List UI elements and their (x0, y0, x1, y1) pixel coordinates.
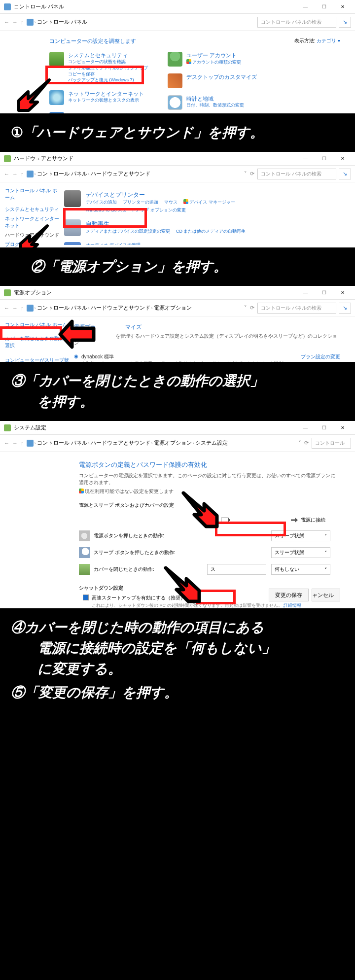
search-button[interactable]: ↘ (339, 169, 351, 179)
desktop-icon (168, 73, 182, 88)
back-arrow-icon[interactable]: ← (4, 19, 9, 25)
forward-arrow-icon: → (12, 440, 18, 446)
select-lid-ac[interactable]: 何もしない˅ (271, 564, 330, 575)
view-mode-label: 表示方法: カテゴリ ▾ (294, 37, 340, 45)
shield-icon (49, 52, 64, 67)
arrow-annotation-icon (57, 318, 97, 350)
user-icon (168, 52, 182, 67)
breadcrumb[interactable]: › コントロール パネル (27, 18, 255, 26)
search-input[interactable]: コントロール (312, 438, 351, 449)
window-titlebar: ハードウェアとサウンド —☐✕ (0, 152, 355, 166)
breadcrumb-icon (27, 171, 34, 177)
power-button-icon (79, 530, 90, 541)
app-icon (4, 3, 11, 10)
maximize-button[interactable]: ☐ (316, 154, 332, 164)
power-plan-desc: を管理するハードウェア設定とシステム設定（ディスプレイの明るさやスリープなど）の… (74, 333, 340, 347)
search-input[interactable]: コントロール パネルの検索 (257, 303, 336, 314)
ss-desc: コンピューターの電源設定を選択できます。このページの設定に対して行う変更は、お使… (79, 472, 335, 486)
category-clock[interactable]: 時計と地域日付、時刻、数値形式の変更 (168, 95, 266, 110)
printer-icon (64, 190, 81, 207)
select-power-ac[interactable]: スリープ状態˅ (271, 530, 330, 541)
window-title: システム設定 (14, 424, 297, 431)
battery-icon (221, 518, 229, 523)
nav-bar: ← → ↑ › コントロール パネル› ハードウェアとサウンド ˅⟳ コントロー… (0, 166, 355, 182)
category-desktop[interactable]: デスクトップのカスタマイズ (168, 73, 266, 88)
select-sleep-ac[interactable]: スリープ状態˅ (271, 547, 330, 558)
minimize-button[interactable]: — (297, 423, 314, 433)
up-arrow-icon[interactable]: ↑ (21, 171, 24, 177)
maximize-button[interactable]: ☐ (316, 423, 332, 433)
window-titlebar: システム設定 —☐✕ (0, 421, 355, 435)
search-button[interactable]: ↘ (339, 303, 351, 314)
arrow-annotation-icon (16, 75, 54, 113)
category-network[interactable]: ネットワークとインターネットネットワークの状態とタスクの表示 (49, 90, 148, 105)
close-button[interactable]: ✕ (334, 2, 351, 12)
forward-arrow-icon: → (12, 171, 18, 177)
up-arrow-icon[interactable]: ↑ (21, 19, 24, 25)
minimize-button[interactable]: — (297, 2, 314, 12)
nav-bar: ←→↑ ›コントロール パネル›ハードウェアとサウンド›電源オプション ˅⟳ コ… (0, 300, 355, 316)
sound-icon (64, 242, 81, 245)
search-button[interactable]: ↘ (339, 17, 351, 28)
up-arrow-icon[interactable]: ↑ (21, 305, 24, 311)
nav-bar: ← → ↑ › コントロール パネル コントロール パネルの検索 ↘ (0, 14, 355, 31)
category-hardware-sound[interactable]: ハードウェアとサウンドデバイスとプリンターの表示デバイスの追加 (49, 112, 148, 113)
window-title: 電源オプション (14, 289, 297, 296)
minimize-button[interactable]: — (297, 288, 314, 298)
power-options-row[interactable]: 電源オプションバッテリ設定の変更電源ボタンの動作コンピューターがスリープ状態にな… (64, 245, 340, 247)
forward-arrow-icon: → (12, 19, 18, 25)
nav-bar: ←→↑ ›コントロール パネル›ハードウェアとサウンド›電源オプション›システム… (0, 435, 355, 452)
save-button[interactable]: 変更の保存 (269, 589, 309, 601)
category-system-security[interactable]: システムとセキュリティコンピューターの状態を確認ファイル履歴でファイルのバックア… (49, 52, 148, 83)
breadcrumb-icon (27, 19, 34, 26)
window-titlebar: 電源オプション —☐✕ (0, 286, 355, 300)
back-arrow-icon[interactable]: ← (4, 305, 9, 311)
close-button[interactable]: ✕ (334, 288, 351, 298)
step-1-caption: ①①「ハードウェアとサウンド」を押す。「ハードウェアとサウンド」を押す。 (0, 113, 355, 152)
cancel-button[interactable]: ャンセル (312, 589, 340, 601)
step-2-caption: ②「電源オプション」を押す。 (0, 247, 355, 286)
arrow-annotation-icon (18, 221, 52, 247)
back-arrow-icon[interactable]: ← (4, 440, 9, 446)
plan-balanced[interactable]: ◉dynabook 標準自動的にパフォーマンスと電力消費のバランスを取ります。(… (74, 351, 340, 362)
breadcrumb[interactable]: ›コントロール パネル›ハードウェアとサウンド›電源オプション›システム設定 (27, 439, 296, 447)
th-battery: バッテリ駆動 (221, 517, 261, 524)
arrow-annotation-icon (178, 488, 221, 530)
view-mode-link[interactable]: カテゴリ ▾ (317, 38, 340, 43)
window-titlebar: コントロール パネル — ☐ ✕ (0, 0, 355, 14)
search-input[interactable]: コントロール パネルの検索 (257, 169, 336, 179)
close-button[interactable]: ✕ (334, 154, 351, 164)
back-arrow-icon[interactable]: ← (4, 171, 9, 177)
autoplay-row[interactable]: 自動再生メディアまたはデバイスの既定設定の変更CD または他のメディアの自動再生 (64, 216, 340, 239)
select-lid-bat[interactable]: ス˅ (207, 564, 266, 575)
breadcrumb[interactable]: › コントロール パネル› ハードウェアとサウンド (27, 170, 242, 177)
app-icon (4, 424, 11, 431)
sound-row[interactable]: オーディオ デバイスの管理 (64, 239, 340, 245)
row-sleep-button: スリープ ボタンを押したときの動作: スリープ状態˅ スリープ状態˅ (79, 544, 335, 561)
window-title: ハードウェアとサウンド (14, 155, 297, 162)
step-4-5-caption: ④カバーを閉じた時の動作の項目にある電源に接続時の設定を「何もしない」に変更する… (0, 608, 355, 712)
breadcrumb[interactable]: ›コントロール パネル›ハードウェアとサウンド›電源オプション (27, 304, 242, 312)
close-button[interactable]: ✕ (334, 423, 351, 433)
arrow-annotation-icon (161, 563, 203, 605)
row-lid-close: カバーを閉じたときの動作: ス˅ 何もしない˅ (79, 561, 335, 578)
minimize-button[interactable]: — (297, 154, 314, 164)
up-arrow-icon[interactable]: ↑ (21, 440, 24, 446)
breadcrumb-item[interactable]: コントロール パネル (37, 18, 87, 26)
laptop-icon (79, 564, 90, 575)
app-icon (4, 289, 11, 296)
ss-heading: 電源ボタンの定義とパスワード保護の有効化 (79, 460, 335, 469)
th-ac: 電源に接続 (291, 517, 325, 524)
power-plan-heading: 電源プラマイズ (74, 323, 340, 331)
search-input[interactable]: コントロール パネルの検索 (257, 17, 336, 28)
window-title: コントロール パネル (14, 3, 297, 10)
adjust-heading: コンピューターの設定を調整します (49, 37, 136, 45)
plan-settings-link[interactable]: プラン設定の変更 (301, 353, 340, 360)
clock-icon (168, 95, 182, 110)
maximize-button[interactable]: ☐ (316, 2, 332, 12)
category-user-accounts[interactable]: ユーザー アカウントアカウントの種類の変更 (168, 52, 266, 67)
cp-home-link[interactable]: コントロール パネル ホーム (5, 187, 59, 201)
maximize-button[interactable]: ☐ (316, 288, 332, 298)
devices-printers-row[interactable]: デバイスとプリンターデバイスの追加プリンターの追加マウスデバイス マネージャーW… (64, 187, 340, 216)
sleep-icon (79, 547, 90, 558)
